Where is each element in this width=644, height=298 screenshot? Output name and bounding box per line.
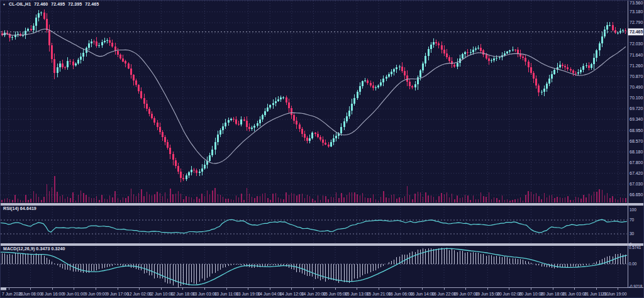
close-value: 72.465 (85, 2, 99, 6)
svg-text:73.180: 73.180 (630, 9, 643, 14)
svg-text:19 Jun 07:00: 19 Jun 07:00 (453, 292, 479, 296)
svg-text:73.560: 73.560 (630, 1, 643, 5)
svg-text:16 Jun 06:00: 16 Jun 06:00 (388, 292, 413, 296)
rsi-indicator-label: RSI(14) 64.6419 (3, 206, 36, 211)
svg-text:70.100: 70.100 (630, 96, 643, 100)
svg-text:12 Jun 10:00: 12 Jun 10:00 (149, 292, 174, 296)
svg-text:69.340: 69.340 (630, 117, 643, 121)
svg-text:67.800: 67.800 (630, 160, 643, 165)
svg-text:21 Jun 19:00: 21 Jun 19:00 (602, 292, 627, 296)
svg-text:14 Jun 20:00: 14 Jun 20:00 (301, 292, 326, 296)
svg-text:68.180: 68.180 (630, 150, 643, 154)
svg-text:71.640: 71.640 (630, 53, 643, 57)
svg-text:14 Jun 04:00: 14 Jun 04:00 (258, 292, 283, 296)
svg-text:16 Jun 14:00: 16 Jun 14:00 (410, 292, 435, 296)
svg-text:12 Jun 02:00: 12 Jun 02:00 (127, 292, 152, 296)
svg-text:72.790: 72.790 (630, 20, 643, 25)
scroll-marker[interactable] (1, 287, 6, 290)
symbol-period-label: CL-OIL,H1 (9, 2, 31, 6)
svg-text:15 Jun 05:00: 15 Jun 05:00 (323, 292, 348, 296)
svg-text:13 Jun 19:00: 13 Jun 19:00 (236, 292, 261, 296)
svg-text:13 Jun 03:00: 13 Jun 03:00 (192, 292, 218, 296)
svg-text:14 Jun 12:00: 14 Jun 12:00 (279, 292, 304, 296)
low-value: 72.395 (68, 2, 82, 6)
chart-ohlc-title: ▼ CL-OIL,H1 72.460 72.495 72.395 72.465 (3, 2, 99, 6)
svg-text:9 Jun 17:00: 9 Jun 17:00 (106, 292, 129, 296)
svg-text:66.650: 66.650 (630, 192, 643, 197)
svg-text:70.490: 70.490 (630, 85, 643, 89)
macd-indicator-label: MACD(12,26,9) 0.3473 0.3240 (3, 246, 65, 251)
svg-text:9 Jun 01:00: 9 Jun 01:00 (63, 292, 86, 296)
svg-text:0.00: 0.00 (629, 262, 637, 266)
svg-text:8 Jun 08:00: 8 Jun 08:00 (19, 292, 42, 296)
svg-text:67.420: 67.420 (630, 171, 643, 175)
svg-text:67.030: 67.030 (630, 182, 643, 186)
svg-text:19 Jun 15:00: 19 Jun 15:00 (475, 292, 501, 296)
open-value: 72.460 (34, 2, 48, 6)
svg-text:20 Jun 02:00: 20 Jun 02:00 (497, 292, 522, 296)
svg-text:16 Jun 22:00: 16 Jun 22:00 (431, 292, 457, 296)
pane-separator-macd[interactable] (1, 243, 644, 246)
svg-text:20 Jun 10:00: 20 Jun 10:00 (519, 292, 544, 296)
collapse-triangle-icon[interactable]: ▼ (3, 3, 6, 6)
high-value: 72.495 (51, 2, 65, 6)
svg-text:70.870: 70.870 (630, 74, 643, 79)
svg-text:68.950: 68.950 (630, 128, 643, 133)
svg-text:69.720: 69.720 (630, 106, 643, 111)
svg-text:68.570: 68.570 (630, 139, 643, 143)
chart-canvas[interactable]: 73.56073.18072.79072.41072.03071.64071.2… (1, 1, 644, 298)
svg-text:13 Jun 11:00: 13 Jun 11:00 (214, 292, 239, 296)
trading-chart-window: 73.56073.18072.79072.41072.03071.64071.2… (0, 0, 644, 298)
svg-text:0.5741: 0.5741 (629, 245, 641, 250)
pane-separator-rsi[interactable] (1, 203, 644, 206)
svg-text:70: 70 (630, 218, 635, 222)
svg-text:21 Jun 03:00: 21 Jun 03:00 (562, 292, 587, 296)
svg-text:20 Jun 18:00: 20 Jun 18:00 (540, 292, 565, 296)
svg-text:100: 100 (630, 207, 636, 212)
svg-text:8 Jun 16:00: 8 Jun 16:00 (41, 292, 64, 296)
svg-text:71.260: 71.260 (630, 63, 643, 68)
svg-text:12 Jun 18:00: 12 Jun 18:00 (170, 292, 196, 296)
svg-text:15 Jun 21:00: 15 Jun 21:00 (367, 292, 392, 296)
svg-text:9 Jun 09:00: 9 Jun 09:00 (85, 292, 108, 296)
svg-text:15 Jun 13:00: 15 Jun 13:00 (345, 292, 370, 296)
svg-text:30: 30 (630, 231, 635, 236)
svg-text:72.030: 72.030 (630, 41, 643, 46)
current-price-tag-text: 72.465 (630, 30, 643, 34)
